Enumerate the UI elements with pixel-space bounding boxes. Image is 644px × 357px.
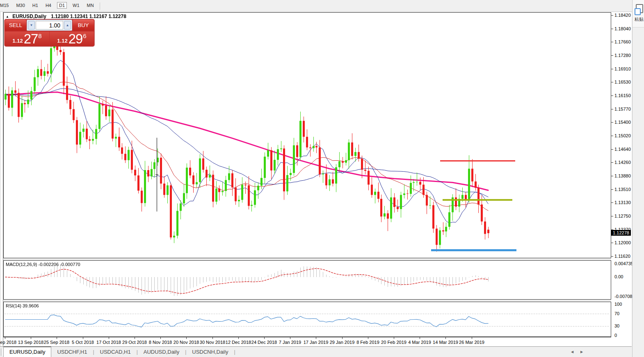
date-tick xyxy=(290,337,290,339)
buy-price-pip: 6 xyxy=(83,32,86,39)
sell-price-base: 1.12 xyxy=(12,38,23,44)
date-tick xyxy=(186,337,187,339)
date-tick xyxy=(57,337,57,339)
one-click-trading-panel: SELL ▼ ▲ BUY 1.12278 1.12296 xyxy=(5,19,94,46)
price-tick xyxy=(611,42,613,42)
price-tick xyxy=(611,136,613,136)
price-axis-label: 1.15770 xyxy=(614,107,631,111)
trade-prices-row: 1.12278 1.12296 xyxy=(5,32,94,46)
buy-button[interactable]: BUY xyxy=(73,20,94,31)
price-axis-label: 1.13130 xyxy=(614,200,631,205)
price-tick xyxy=(611,55,613,56)
sell-price-pip: 8 xyxy=(38,32,41,39)
macd-label: MACD(12,26,9) -0.002206 -0.000770 xyxy=(6,262,80,267)
mt4-terminal: { "toolbar": { "timeframes": ["M15","M30… xyxy=(0,0,644,357)
macd-indicator-panel[interactable]: MACD(12,26,9) -0.002206 -0.000770 xyxy=(3,260,611,300)
date-tick xyxy=(238,337,239,339)
main-chart-panel[interactable]: ▲ EURUSD,Daily 1.12180 1.12341 1.12167 1… xyxy=(3,12,611,258)
rsi-indicator-panel[interactable]: RSI(14) 39.9606 xyxy=(3,302,611,337)
price-axis-label: 1.12750 xyxy=(614,214,631,218)
date-tick xyxy=(420,337,420,339)
sell-price-display[interactable]: 1.12278 xyxy=(5,32,49,46)
buy-price-display[interactable]: 1.12296 xyxy=(50,32,94,46)
candlestick-chart-canvas[interactable] xyxy=(4,13,611,258)
price-axis-label: 1.14260 xyxy=(614,160,631,165)
chart-tab-bar: EURUSD,DailyUSDCHF,H1|USDCAD,H1|AUDUSD,D… xyxy=(0,346,632,357)
date-tick xyxy=(135,337,135,339)
buy-price-base: 1.12 xyxy=(57,38,67,44)
macd-axis-label: 0.00 xyxy=(614,274,623,279)
rsi-label: RSI(14) 39.9606 xyxy=(6,303,39,308)
sell-button[interactable]: SELL xyxy=(5,20,26,31)
date-tick xyxy=(316,337,316,339)
price-tick xyxy=(611,29,613,29)
timeframe-button-h1[interactable]: H1 xyxy=(31,2,40,9)
date-axis[interactable]: 3 Sep 201813 Sep 201825 Sep 20185 Oct 20… xyxy=(3,337,611,346)
tab-usdchf-h1[interactable]: USDCHF,H1 xyxy=(51,347,93,357)
rsi-axis-label: 0 xyxy=(614,333,617,338)
rsi-canvas[interactable] xyxy=(4,302,611,337)
price-tick xyxy=(611,256,613,257)
price-tick xyxy=(611,109,613,109)
toolbar-separator xyxy=(100,2,100,10)
tab-bar-grip xyxy=(1,348,3,356)
window-left-edge xyxy=(0,12,3,346)
price-tick xyxy=(611,162,613,163)
tab-usdcad-h1[interactable]: USDCAD,H1 xyxy=(94,347,137,357)
price-axis-label: 1.13510 xyxy=(614,187,631,192)
date-tick xyxy=(368,337,368,339)
tab-usdcnh-daily[interactable]: USDCNH,Daily xyxy=(186,347,234,357)
date-tick xyxy=(342,337,343,339)
price-axis-label: 1.17280 xyxy=(614,53,631,58)
timeframe-button-d1[interactable]: D1 xyxy=(57,2,67,9)
chart-title: ▲ EURUSD,Daily 1.12180 1.12341 1.12167 1… xyxy=(6,14,126,19)
paste-sheet-icon xyxy=(635,8,641,15)
macd-axis-label: 0.004735 xyxy=(614,261,633,266)
chart-ohlc-values: 1.12180 1.12341 1.12167 1.12278 xyxy=(51,14,126,19)
macd-canvas[interactable] xyxy=(4,261,611,299)
price-tick xyxy=(611,230,613,230)
price-axis-label: 1.15020 xyxy=(614,133,631,138)
tab-scroll-left-icon[interactable]: ◀ xyxy=(571,350,573,354)
price-tick xyxy=(611,149,613,150)
timeframe-button-mn[interactable]: MN xyxy=(85,2,96,9)
chart-tabs: EURUSD,DailyUSDCHF,H1|USDCAD,H1|AUDUSD,D… xyxy=(3,347,235,357)
paste-clipboard-icon[interactable] xyxy=(636,4,643,13)
sell-price-big: 27 xyxy=(24,31,38,46)
price-tick xyxy=(611,122,613,123)
price-axis-label: 1.13880 xyxy=(614,173,631,178)
price-axis[interactable]: 1.12278 1.184201.180401.176601.172801.16… xyxy=(611,12,632,346)
rsi-axis-label: 30 xyxy=(614,323,619,328)
date-tick xyxy=(212,337,213,339)
price-axis-label: 1.18040 xyxy=(614,26,631,31)
collapse-triangle-icon[interactable]: ▲ xyxy=(6,15,9,18)
tab-eurusd-daily[interactable]: EURUSD,Daily xyxy=(3,346,51,357)
tab-audusd-daily[interactable]: AUDUSD,Daily xyxy=(138,347,185,357)
timeframe-button-m30[interactable]: M30 xyxy=(14,2,26,9)
tab-scroll-right-icon[interactable]: ▶ xyxy=(580,350,583,354)
volume-increase-button[interactable]: ▲ xyxy=(64,21,71,30)
price-axis-label: 1.12000 xyxy=(614,240,631,245)
price-axis-label: 1.17660 xyxy=(614,39,631,44)
trade-controls-row: SELL ▼ ▲ BUY xyxy=(5,19,94,32)
date-tick xyxy=(5,337,5,339)
price-tick xyxy=(611,216,613,216)
price-axis-label: 1.11620 xyxy=(614,254,630,259)
price-tick xyxy=(611,82,613,82)
timeframe-button-h4[interactable]: H4 xyxy=(44,2,53,9)
timeframe-toolbar: M15M30H1H4D1W1MN xyxy=(0,0,644,12)
paste-label: 粘贴 xyxy=(635,16,644,23)
date-tick xyxy=(264,337,265,339)
price-tick xyxy=(611,15,613,16)
price-axis-label: 1.18420 xyxy=(614,13,631,18)
rsi-axis-label: 100 xyxy=(614,302,622,307)
timeframe-button-w1[interactable]: W1 xyxy=(71,2,81,9)
price-axis-label: 1.14640 xyxy=(614,147,631,152)
timeframe-button-m15[interactable]: M15 xyxy=(0,2,10,9)
volume-input[interactable] xyxy=(36,21,63,30)
price-tick xyxy=(611,189,613,190)
date-tick xyxy=(445,337,446,339)
date-tick xyxy=(160,337,161,339)
volume-decrease-button[interactable]: ▼ xyxy=(28,21,35,30)
price-tick xyxy=(611,243,613,243)
